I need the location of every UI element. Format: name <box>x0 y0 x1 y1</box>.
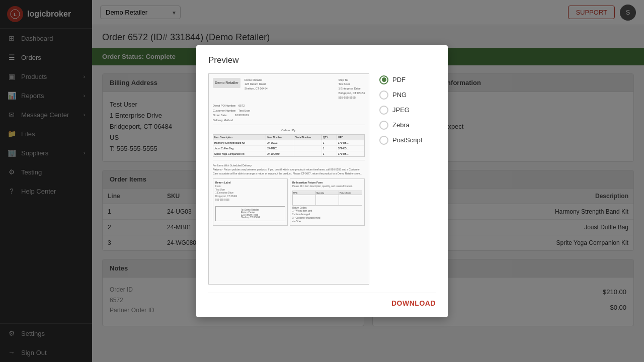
doc-labels: Return Label From: Test User1 Enterprise… <box>213 178 365 226</box>
format-png[interactable]: PNG <box>379 90 422 100</box>
doc-th: UPC <box>337 135 364 140</box>
doc-return-form-header: Re-Insertion Return Form <box>292 181 362 184</box>
doc-td <box>294 146 322 151</box>
doc-td: 379455... <box>337 140 364 145</box>
doc-td: 24-WG080 <box>266 151 294 156</box>
modal-title: Preview <box>208 55 436 65</box>
doc-divider2 <box>213 160 365 160</box>
png-radio[interactable] <box>379 90 388 100</box>
png-label: PNG <box>392 91 407 99</box>
doc-shipto: Ship To:Test User1 Enterprise DriveBridg… <box>339 78 365 100</box>
format-options: PDF PNG JPEG Zebra PostScript <box>379 73 422 285</box>
doc-td: 379455... <box>337 146 364 151</box>
doc-ship-to-address: To: Demo RetailerReturn Center123 Return… <box>215 206 285 221</box>
modal-overlay[interactable]: Preview Demo Retailer Demo Retailer123 R… <box>0 0 644 362</box>
doc-return-codes: Return Codes: 1 - Wrong item sent2 - Ite… <box>292 207 362 224</box>
format-pdf[interactable]: PDF <box>379 75 422 84</box>
doc-items-table: Item Description Item Number Serial Numb… <box>213 134 365 157</box>
zebra-radio[interactable] <box>379 121 388 130</box>
doc-th: Item Number <box>266 135 294 140</box>
download-button[interactable]: DOWNLOAD <box>391 299 436 307</box>
doc-th: Item Description <box>213 135 266 140</box>
format-postscript[interactable]: PostScript <box>379 136 422 145</box>
doc-td <box>294 151 322 156</box>
pdf-label: PDF <box>392 76 406 83</box>
pdf-radio[interactable] <box>379 75 388 84</box>
doc-td: Sprite Yoga Companion Kit <box>213 151 266 156</box>
doc-td: 24-MB01 <box>266 146 294 151</box>
doc-td: 379455... <box>337 151 364 156</box>
format-zebra[interactable]: Zebra <box>379 121 422 130</box>
doc-notes: For Items With Scheduled Delivery: Retur… <box>209 162 369 176</box>
doc-th: QTY <box>322 135 337 140</box>
doc-divider <box>213 125 365 125</box>
document-preview: Demo Retailer Demo Retailer123 Return Ro… <box>208 73 369 285</box>
zebra-label: Zebra <box>392 121 410 129</box>
doc-td: 24-UG03 <box>266 140 294 145</box>
doc-td <box>294 140 322 145</box>
doc-return-form: Re-Insertion Return Form Please fill in … <box>290 178 365 226</box>
jpeg-radio[interactable] <box>379 106 388 115</box>
doc-td: 1 <box>322 140 337 145</box>
postscript-radio[interactable] <box>379 136 388 145</box>
preview-document: Demo Retailer Demo Retailer123 Return Ro… <box>209 74 369 284</box>
doc-td: 1 <box>322 146 337 151</box>
doc-th: Serial Number <box>294 135 322 140</box>
doc-td: Joust Coffee Bag <box>213 146 266 151</box>
doc-td: Harmony Strength Band Kit <box>213 140 266 145</box>
postscript-label: PostScript <box>392 136 422 144</box>
doc-row2: Joust Coffee Bag 24-MB01 1 379455... <box>213 146 364 151</box>
doc-td: 1 <box>322 151 337 156</box>
doc-return-label: Return Label From: Test User1 Enterprise… <box>213 178 288 226</box>
doc-header-info: Demo Retailer123 Return RoadShelton, CT … <box>245 78 335 91</box>
doc-row3: Sprite Yoga Companion Kit 24-WG080 1 379… <box>213 151 364 156</box>
doc-return-label-header: Return Label <box>215 181 285 184</box>
doc-order-info: Direct PO Number: 6572 Customer Number: … <box>209 104 369 122</box>
doc-return-from: From: Test User1 Enterprise DriveBridgep… <box>215 185 285 202</box>
doc-form-instructions: Please fill in item description, quantit… <box>292 185 362 189</box>
doc-row1: Harmony Strength Band Kit 24-UG03 1 3794… <box>213 140 364 146</box>
format-jpeg[interactable]: JPEG <box>379 106 422 115</box>
preview-modal: Preview Demo Retailer Demo Retailer123 R… <box>196 45 448 317</box>
modal-body: Demo Retailer Demo Retailer123 Return Ro… <box>208 73 436 285</box>
doc-form-table: UPC Quantity Return Code <box>292 191 362 206</box>
modal-footer: DOWNLOAD <box>208 293 436 307</box>
doc-logo: Demo Retailer <box>213 78 240 88</box>
doc-ordered-by: Ordered By: <box>209 127 369 133</box>
jpeg-label: JPEG <box>392 106 410 114</box>
